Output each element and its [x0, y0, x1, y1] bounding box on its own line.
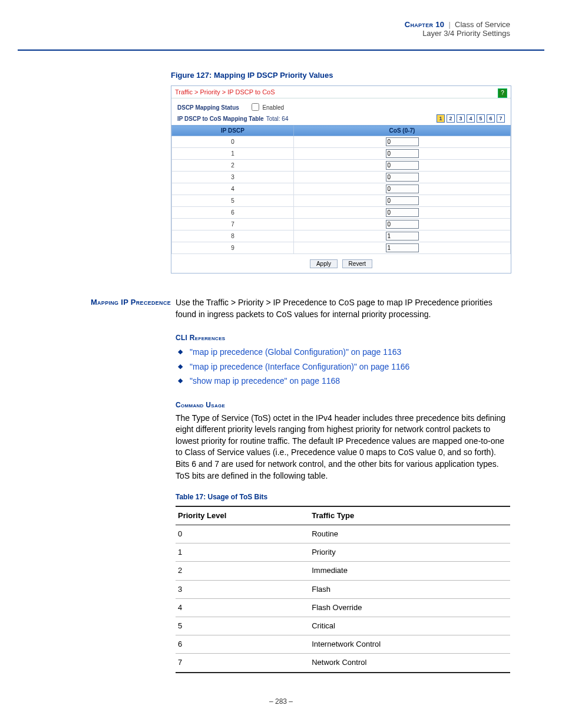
list-item: "map ip precedence (Global Configuration… — [176, 347, 510, 358]
traffic-cell: Network Control — [309, 654, 510, 673]
table-row: 4Flash Override — [176, 598, 510, 617]
page-box-7[interactable]: 7 — [497, 114, 505, 123]
chapter-subtitle: Layer 3/4 Priority Settings — [422, 29, 510, 38]
total-count: Total: 64 — [266, 116, 289, 122]
header-rule — [18, 50, 544, 51]
table-caption: Table 17: Usage of ToS Bits — [176, 492, 510, 502]
dscp-cell: 8 — [172, 230, 294, 242]
table-row: 5Critical — [176, 617, 510, 635]
table-row: 6Internetwork Control — [176, 635, 510, 654]
traffic-cell: Flash Override — [309, 598, 510, 617]
traffic-cell: Critical — [309, 617, 510, 635]
table-row: 2 — [172, 160, 511, 172]
cos-input[interactable] — [386, 185, 419, 193]
page-box-4[interactable]: 4 — [467, 114, 475, 123]
tos-table: Priority Level Traffic Type 0Routine1Pri… — [176, 506, 510, 673]
dscp-cell: 9 — [172, 242, 294, 254]
cos-input[interactable] — [386, 137, 419, 146]
table-row: 1Priority — [176, 543, 510, 562]
cli-reference-link[interactable]: "map ip precedence (Interface Configurat… — [190, 362, 409, 371]
revert-button[interactable]: Revert — [342, 259, 372, 268]
table-row: 0Routine — [176, 525, 510, 543]
table-row: 4 — [172, 183, 511, 195]
breadcrumb: Traffic > Priority > IP DSCP to CoS ? — [171, 86, 511, 98]
cos-input[interactable] — [386, 208, 419, 217]
priority-cell: 3 — [176, 580, 309, 598]
traffic-cell: Priority — [309, 543, 510, 562]
help-icon[interactable]: ? — [498, 88, 507, 98]
table-row: 0 — [172, 136, 511, 148]
cos-input[interactable] — [386, 243, 419, 252]
cos-input[interactable] — [386, 149, 419, 158]
separator: | — [447, 20, 453, 29]
list-item: "map ip precedence (Interface Configurat… — [176, 361, 510, 373]
cli-reference-link[interactable]: "show map ip precedence" on page 1168 — [190, 376, 340, 386]
section-heading: Mapping IP Precedence — [53, 297, 176, 673]
page-number: – 283 – — [0, 697, 562, 706]
table-row: 3 — [172, 172, 511, 183]
page-box-3[interactable]: 3 — [457, 114, 465, 123]
priority-cell: 5 — [176, 617, 309, 635]
figure-caption: Figure 127: Mapping IP DSCP Priority Val… — [171, 71, 510, 80]
cli-list: "map ip precedence (Global Configuration… — [176, 347, 510, 387]
table-row: 7Network Control — [176, 654, 510, 673]
cli-references-heading: CLI References — [176, 333, 510, 343]
traffic-cell: Internetwork Control — [309, 635, 510, 654]
page-box-5[interactable]: 5 — [477, 114, 485, 123]
apply-button[interactable]: Apply — [310, 259, 338, 268]
breadcrumb-text: Traffic > Priority > IP DSCP to CoS — [175, 88, 275, 95]
dscp-cell: 6 — [172, 207, 294, 219]
table-row: 5 — [172, 195, 511, 207]
priority-cell: 4 — [176, 598, 309, 617]
table-row: 1 — [172, 148, 511, 160]
priority-cell: 6 — [176, 635, 309, 654]
section-intro: Use the Traffic > Priority > IP Preceden… — [176, 297, 510, 320]
cos-input[interactable] — [386, 196, 419, 205]
cos-input[interactable] — [386, 220, 419, 229]
cos-cell — [294, 195, 511, 207]
cos-cell — [294, 230, 511, 242]
tos-col-priority: Priority Level — [176, 506, 309, 525]
table-row: 3Flash — [176, 580, 510, 598]
cos-cell — [294, 172, 511, 183]
enabled-label: Enabled — [262, 104, 284, 111]
table-row: 9 — [172, 242, 511, 254]
paginator: 1234567 — [437, 114, 505, 123]
dscp-cell: 7 — [172, 219, 294, 230]
table-row: 8 — [172, 230, 511, 242]
page-box-6[interactable]: 6 — [487, 114, 495, 123]
list-item: "show map ip precedence" on page 1168 — [176, 375, 510, 387]
chapter-title: Class of Service — [455, 20, 510, 29]
table-row: 7 — [172, 219, 511, 230]
cos-cell — [294, 160, 511, 172]
cos-input[interactable] — [386, 232, 419, 241]
cli-reference-link[interactable]: "map ip precedence (Global Configuration… — [190, 347, 401, 357]
status-row: DSCP Mapping Status Enabled — [171, 98, 511, 112]
table-row: 6 — [172, 207, 511, 219]
cos-cell — [294, 207, 511, 219]
cos-cell — [294, 219, 511, 230]
chapter-label: Chapter 10 — [405, 20, 444, 29]
mapping-table-title-row: IP DSCP to CoS Mapping Table Total: 64 1… — [171, 112, 511, 125]
cos-cell — [294, 242, 511, 254]
priority-cell: 1 — [176, 543, 309, 562]
traffic-cell: Routine — [309, 525, 510, 543]
page-box-1[interactable]: 1 — [437, 114, 445, 123]
cos-input[interactable] — [386, 173, 419, 182]
mapping-table-title: IP DSCP to CoS Mapping Table — [177, 116, 264, 122]
screenshot-panel: Traffic > Priority > IP DSCP to CoS ? DS… — [171, 85, 511, 274]
table-row: 2Immediate — [176, 562, 510, 580]
page-box-2[interactable]: 2 — [447, 114, 455, 123]
traffic-cell: Flash — [309, 580, 510, 598]
command-usage-heading: Command Usage — [176, 400, 510, 410]
cos-cell — [294, 183, 511, 195]
priority-cell: 2 — [176, 562, 309, 580]
dscp-mapping-table: IP DSCP CoS (0-7) 0123456789 — [171, 125, 511, 254]
col-ip-dscp: IP DSCP — [172, 126, 294, 136]
cos-cell — [294, 136, 511, 148]
priority-cell: 7 — [176, 654, 309, 673]
tos-col-traffic: Traffic Type — [309, 506, 510, 525]
col-cos: CoS (0-7) — [294, 126, 511, 136]
cos-input[interactable] — [386, 161, 419, 170]
enabled-checkbox[interactable] — [252, 103, 259, 111]
